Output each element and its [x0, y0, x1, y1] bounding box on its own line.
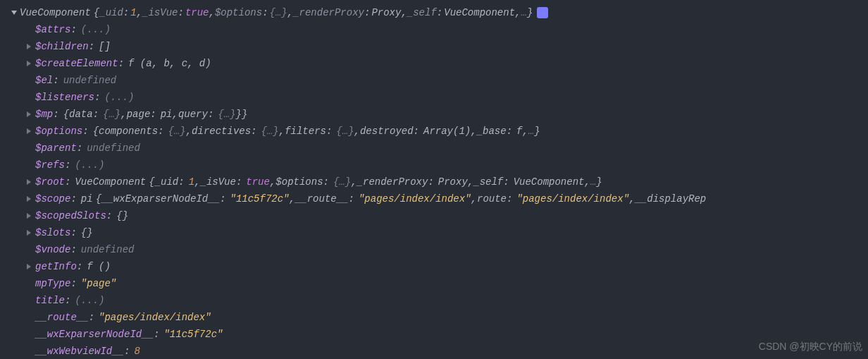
object-header[interactable]: VueComponent { _uid: 1, _isVue: true, $o… — [0, 4, 868, 21]
prop-wx-node-id[interactable]: __wxExparserNodeId__: "11c5f72c" — [0, 326, 868, 343]
caret-right-icon[interactable] — [27, 61, 31, 66]
prop-title[interactable]: title: (...) — [0, 292, 868, 309]
prop-attrs[interactable]: $attrs: (...) — [0, 21, 868, 38]
prop-children[interactable]: $children: [] — [0, 38, 868, 55]
prop-options[interactable]: $options: { components: {…}, directives:… — [0, 123, 868, 140]
prop-route[interactable]: __route__: "pages/index/index" — [0, 309, 868, 326]
prop-parent[interactable]: $parent: undefined — [0, 140, 868, 157]
caret-right-icon[interactable] — [27, 213, 31, 219]
caret-right-icon[interactable] — [27, 264, 31, 269]
prop-scoped-slots[interactable]: $scopedSlots: {} — [0, 207, 868, 224]
prop-listeners[interactable]: $listeners: (...) — [0, 89, 868, 106]
caret-right-icon[interactable] — [27, 111, 31, 117]
prop-el[interactable]: $el: undefined — [0, 72, 868, 89]
prop-mp-type[interactable]: mpType: "page" — [0, 275, 868, 292]
watermark: CSDN @初映CY的前说 — [759, 338, 862, 355]
caret-right-icon[interactable] — [27, 196, 31, 202]
prop-slots[interactable]: $slots: {} — [0, 224, 868, 241]
caret-down-icon[interactable] — [11, 11, 17, 15]
info-badge-icon[interactable] — [537, 7, 548, 18]
prop-create-element[interactable]: $createElement: f (a, b, c, d) — [0, 55, 868, 72]
class-name: VueComponent — [20, 4, 91, 21]
prop-refs[interactable]: $refs: (...) — [0, 157, 868, 174]
caret-right-icon[interactable] — [27, 230, 31, 236]
caret-right-icon[interactable] — [27, 128, 31, 134]
prop-mp[interactable]: $mp: { data: {…}, page: pi, query: {…} }… — [0, 106, 868, 123]
prop-vnode[interactable]: $vnode: undefined — [0, 241, 868, 258]
prop-scope[interactable]: $scope: pi { __wxExparserNodeId__: "11c5… — [0, 190, 868, 207]
prop-wx-webview-id[interactable]: __wxWebviewId__: 8 — [0, 343, 868, 359]
caret-right-icon[interactable] — [27, 179, 31, 185]
caret-right-icon[interactable] — [27, 44, 31, 49]
prop-get-info[interactable]: getInfo: f () — [0, 258, 868, 275]
prop-root[interactable]: $root: VueComponent { _uid: 1, _isVue: t… — [0, 174, 868, 190]
